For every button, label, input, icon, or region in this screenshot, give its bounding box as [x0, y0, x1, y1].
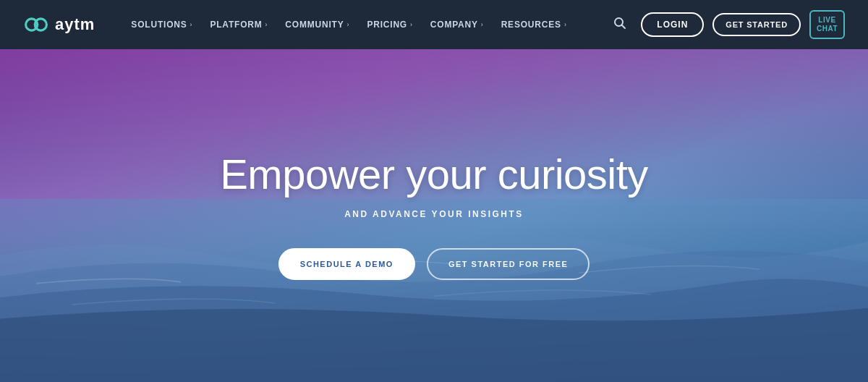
nav-actions: LOGIN GET STARTED LIVECHAT [608, 10, 845, 39]
login-button[interactable]: LOGIN [641, 12, 704, 37]
chevron-icon: › [564, 21, 567, 28]
logo[interactable]: aytm [23, 12, 95, 38]
nav-item-community[interactable]: COMMUNITY › [278, 14, 357, 35]
chevron-icon: › [190, 21, 193, 28]
nav-item-company[interactable]: COMPANY › [423, 14, 491, 35]
navbar: aytm SOLUTIONS › PLATFORM › COMMUNITY › … [0, 0, 868, 49]
nav-item-platform[interactable]: PLATFORM › [203, 14, 275, 35]
chevron-icon: › [410, 21, 413, 28]
nav-item-pricing[interactable]: PRICING › [359, 14, 420, 35]
hero-buttons: SCHEDULE A DEMO GET STARTED FOR FREE [220, 248, 648, 280]
hero-title: Empower your curiosity [220, 151, 648, 198]
nav-item-resources[interactable]: RESOURCES › [494, 14, 574, 35]
svg-line-3 [622, 25, 626, 28]
nav-links: SOLUTIONS › PLATFORM › COMMUNITY › PRICI… [124, 14, 608, 35]
schedule-demo-button[interactable]: SCHEDULE A DEMO [278, 248, 415, 280]
chevron-icon: › [347, 21, 350, 28]
get-started-button[interactable]: GET STARTED [712, 13, 801, 36]
hero-subtitle: AND ADVANCE YOUR INSIGHTS [220, 209, 648, 219]
chevron-icon: › [481, 21, 484, 28]
logo-icon [23, 12, 49, 38]
brand-name: aytm [55, 15, 95, 34]
hero-section: Empower your curiosity AND ADVANCE YOUR … [0, 49, 868, 382]
hero-content: Empower your curiosity AND ADVANCE YOUR … [220, 151, 648, 280]
chevron-icon: › [265, 21, 268, 28]
nav-item-solutions[interactable]: SOLUTIONS › [124, 14, 200, 35]
get-started-free-button[interactable]: GET STARTED FOR FREE [427, 248, 590, 280]
search-icon[interactable] [608, 14, 632, 36]
live-chat-button[interactable]: LIVECHAT [809, 10, 845, 39]
